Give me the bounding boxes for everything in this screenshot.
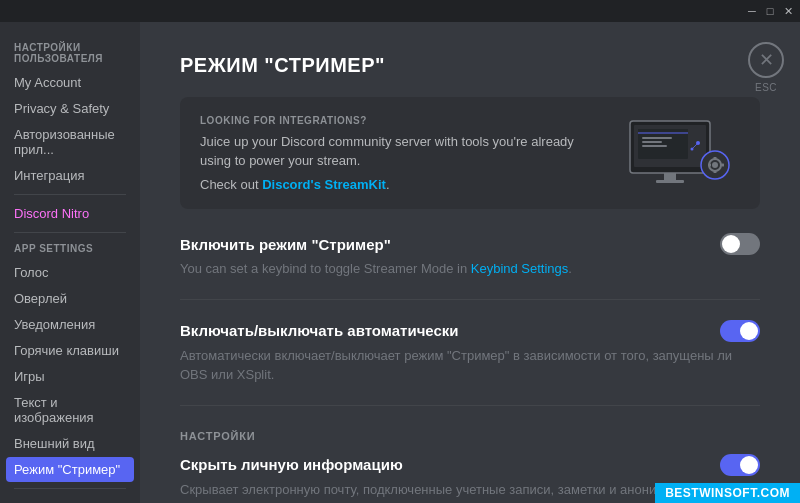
svg-rect-16 [721, 164, 724, 167]
sidebar-item-streamer-mode[interactable]: Режим "Стример" [6, 457, 134, 482]
setting-title-enable: Включить режим "Стример" [180, 236, 391, 253]
sidebar-section-app-settings: APP SETTINGS [6, 239, 134, 258]
sidebar: НАСТРОЙКИ ПОЛЬЗОВАТЕЛЯ My Account Privac… [0, 22, 140, 503]
sidebar-divider-3 [14, 488, 126, 489]
svg-rect-15 [708, 164, 711, 167]
title-bar: ─ □ ✕ [0, 0, 800, 22]
setting-header-auto: Включать/выключать автоматически [180, 320, 760, 342]
setting-header-enable: Включить режим "Стример" [180, 233, 760, 255]
sidebar-item-integration[interactable]: Интеграция [6, 163, 134, 188]
sidebar-item-games[interactable]: Игры [6, 364, 134, 389]
setting-desc-enable: You can set a keybind to toggle Streamer… [180, 259, 760, 279]
setting-desc-auto: Автоматически включает/выключает режим "… [180, 346, 760, 385]
banner-eyebrow: LOOKING FOR INTEGRATIONS? [200, 115, 600, 126]
sidebar-item-voice[interactable]: Голос [6, 260, 134, 285]
sidebar-divider-1 [14, 194, 126, 195]
toggle-enable-streamer-mode[interactable] [720, 233, 760, 255]
sidebar-item-authorized-apps[interactable]: Авторизованные прил... [6, 122, 134, 162]
sidebar-item-overlay[interactable]: Оверлей [6, 286, 134, 311]
close-circle-icon[interactable]: ✕ [748, 42, 784, 78]
page-title: РЕЖИМ "СТРИМЕР" [180, 54, 760, 77]
setting-title-auto: Включать/выключать автоматически [180, 322, 459, 339]
sidebar-section-user-settings: НАСТРОЙКИ ПОЛЬЗОВАТЕЛЯ [6, 38, 134, 68]
banner-link: Check out Discord's StreamKit. [200, 177, 600, 192]
sidebar-divider-2 [14, 232, 126, 233]
monitor-svg [620, 113, 740, 193]
svg-rect-8 [664, 173, 676, 181]
close-button[interactable]: ✕ [780, 3, 796, 19]
toggle-knob-personal [740, 456, 758, 474]
svg-point-12 [712, 162, 718, 168]
sidebar-item-notifications[interactable]: Уведомления [6, 312, 134, 337]
sidebar-item-my-account[interactable]: My Account [6, 70, 134, 95]
toggle-knob-auto [740, 322, 758, 340]
svg-rect-13 [714, 157, 717, 160]
settings-section-label: НАСТРОЙКИ [180, 430, 760, 442]
svg-rect-6 [642, 141, 662, 143]
svg-rect-9 [656, 180, 684, 183]
sidebar-item-privacy-safety[interactable]: Privacy & Safety [6, 96, 134, 121]
maximize-button[interactable]: □ [762, 3, 778, 19]
setting-auto-toggle: Включать/выключать автоматически Автомат… [180, 320, 760, 406]
setting-enable-streamer-mode: Включить режим "Стример" You can set a k… [180, 233, 760, 300]
main-layout: НАСТРОЙКИ ПОЛЬЗОВАТЕЛЯ My Account Privac… [0, 22, 800, 503]
sidebar-item-language[interactable]: Язык [6, 495, 134, 503]
toggle-knob-enable [722, 235, 740, 253]
sidebar-item-appearance[interactable]: Внешний вид [6, 431, 134, 456]
toggle-hide-personal-info[interactable] [720, 454, 760, 476]
banner-body: Juice up your Discord community server w… [200, 132, 600, 171]
esc-label: ESC [755, 82, 777, 93]
integration-banner: LOOKING FOR INTEGRATIONS? Juice up your … [180, 97, 760, 209]
svg-rect-3 [638, 129, 688, 133]
keybind-settings-link[interactable]: Keybind Settings [471, 261, 569, 276]
content-area: ✕ ESC РЕЖИМ "СТРИМЕР" LOOKING FOR INTEGR… [140, 22, 800, 503]
setting-title-personal: Скрыть личную информацию [180, 456, 403, 473]
setting-header-personal: Скрыть личную информацию [180, 454, 760, 476]
svg-rect-14 [714, 170, 717, 173]
banner-text: LOOKING FOR INTEGRATIONS? Juice up your … [200, 115, 600, 192]
svg-rect-7 [642, 145, 667, 147]
svg-rect-5 [642, 137, 672, 139]
sidebar-item-hotkeys[interactable]: Горячие клавиши [6, 338, 134, 363]
banner-image [620, 113, 740, 193]
streamkit-link[interactable]: Discord's StreamKit [262, 177, 386, 192]
watermark: BESTWINSOFT.COM [655, 483, 800, 503]
sidebar-item-text-images[interactable]: Текст и изображения [6, 390, 134, 430]
minimize-button[interactable]: ─ [744, 3, 760, 19]
close-esc-button[interactable]: ✕ ESC [748, 42, 784, 93]
sidebar-item-discord-nitro[interactable]: Discord Nitro [6, 201, 134, 226]
toggle-auto-toggle[interactable] [720, 320, 760, 342]
